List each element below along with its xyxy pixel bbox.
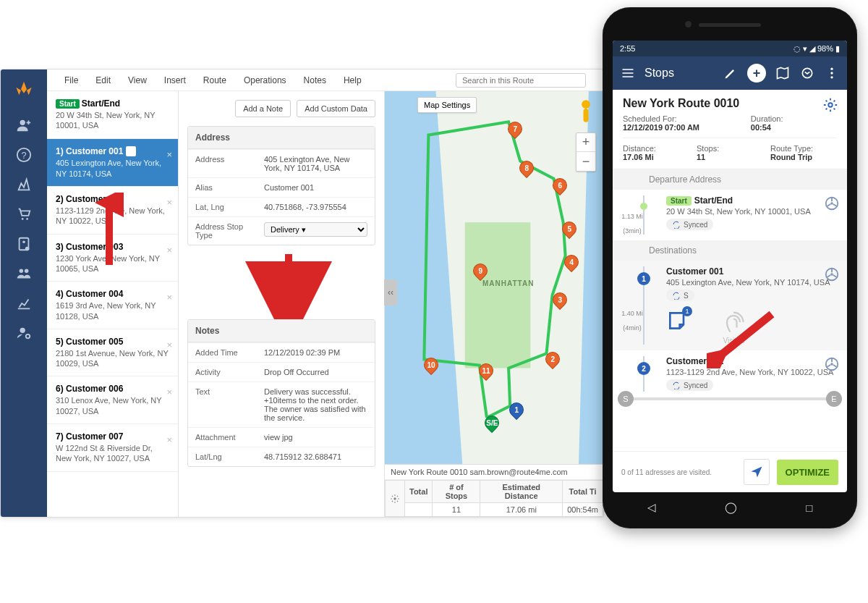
steering-icon[interactable] (824, 195, 840, 214)
address-card: Address Address405 Lexington Ave, New Yo… (187, 126, 375, 245)
remove-stop-icon[interactable]: × (166, 197, 172, 208)
visited-icon[interactable]: Visited (720, 309, 746, 345)
map-marker[interactable]: 4 (564, 255, 579, 274)
stops-panel: StartStart/End20 W 34th St, New York, NY… (47, 91, 179, 517)
attachment-link[interactable]: view jpg (257, 428, 375, 447)
svg-point-27 (830, 273, 833, 276)
recent-button[interactable]: □ (806, 502, 812, 514)
pegman-icon[interactable] (576, 98, 596, 125)
route-settings-icon[interactable] (822, 97, 838, 115)
user-settings-icon[interactable] (15, 324, 33, 342)
locate-button[interactable] (744, 459, 770, 485)
menu-view[interactable]: View (128, 75, 147, 85)
more-icon[interactable] (824, 65, 840, 81)
map-marker[interactable]: S/E (485, 416, 499, 434)
menu-insert[interactable]: Insert (164, 75, 186, 85)
address-book-icon[interactable] (15, 235, 33, 253)
stops-header: # of Stops (433, 481, 480, 503)
mobile-stop-1[interactable]: 11.40 Mi(4min) Customer 001 405 Lexingto… (613, 261, 847, 350)
stop-item[interactable]: 7) Customer 007W 122nd St & Riverside Dr… (47, 424, 178, 472)
remove-stop-icon[interactable]: × (166, 340, 172, 350)
map-marker[interactable]: 10 (424, 358, 438, 376)
mobile-stop-start[interactable]: 1.13 Mi(3min) StartStart/End 20 W 34th S… (613, 190, 847, 240)
total-label: Total (405, 481, 433, 503)
zoom-in-button[interactable]: + (576, 133, 595, 152)
stop-type-select[interactable]: Delivery ▾ (264, 222, 367, 237)
speaker-grille (699, 23, 761, 27)
help-icon[interactable]: ? (15, 146, 33, 164)
menu-file[interactable]: File (64, 75, 78, 85)
optimize-button[interactable]: OPTIMIZE (777, 460, 838, 485)
analytics-icon[interactable] (15, 295, 33, 312)
map-marker[interactable]: 1 (509, 402, 524, 421)
stop-item[interactable]: 4) Customer 0041619 3rd Ave, New York, N… (47, 282, 178, 329)
stop-item[interactable]: 6) Customer 006310 Lenox Ave, New York, … (47, 376, 178, 424)
map-icon[interactable] (775, 65, 791, 81)
add-custom-data-button[interactable]: Add Custom Data (297, 100, 375, 117)
search-input[interactable] (456, 73, 586, 88)
svg-rect-14 (465, 222, 531, 368)
home-button[interactable]: ◯ (725, 501, 737, 514)
steering-icon[interactable] (824, 356, 840, 374)
svg-point-21 (830, 72, 833, 74)
address-card-title: Address (188, 127, 375, 149)
map-marker[interactable]: 7 (508, 122, 522, 140)
stops-value: 11 (697, 153, 705, 161)
distance-label: Distance: (623, 144, 656, 153)
stop-item[interactable]: 5) Customer 0052180 1st Avenue, New York… (47, 329, 178, 377)
mobile-stop-2[interactable]: 2 Customer 002 1123-1129 2nd Ave, New Yo… (613, 350, 847, 397)
notes-card-title: Notes (188, 320, 375, 342)
map-marker[interactable]: 11 (479, 363, 493, 382)
routes-icon[interactable] (15, 176, 33, 193)
map-settings-button[interactable]: Map Settings (417, 97, 477, 113)
stop-item[interactable]: StartStart/End20 W 34th St, New York, NY… (47, 91, 178, 139)
map-marker[interactable]: 2 (545, 352, 560, 371)
map-marker[interactable]: 5 (562, 222, 576, 240)
svg-point-25 (830, 202, 833, 205)
steering-icon[interactable] (824, 266, 840, 284)
svg-point-0 (20, 120, 25, 125)
map-marker[interactable]: 3 (553, 292, 567, 311)
hamburger-icon[interactable] (620, 65, 636, 81)
menu-help[interactable]: Help (344, 75, 362, 85)
map-marker[interactable]: 6 (553, 178, 567, 197)
menu-edit[interactable]: Edit (95, 75, 111, 85)
menu-route[interactable]: Route (203, 75, 226, 85)
cart-icon[interactable] (15, 206, 33, 223)
stop-item[interactable]: 2) Customer 0021123-1129 2nd Ave, New Yo… (47, 187, 178, 235)
mobile-stop-address: 405 Lexington Ave, New York, NY 10174, U… (666, 278, 840, 287)
svg-point-6 (22, 240, 25, 243)
menu-notes[interactable]: Notes (304, 75, 326, 85)
mobile-stops-body[interactable]: Departure Address 1.13 Mi(3min) StartSta… (613, 169, 847, 451)
panel-collapse-handle[interactable]: ‹‹ (384, 279, 397, 305)
zoom-out-button[interactable]: − (576, 152, 595, 171)
stop-item[interactable]: 1) Customer 001405 Lexington Ave, New Yo… (47, 139, 178, 187)
back-button[interactable]: ◁ (647, 501, 656, 514)
remove-stop-icon[interactable]: × (166, 245, 172, 256)
remove-stop-icon[interactable]: × (166, 387, 172, 397)
add-note-button[interactable]: Add a Note (235, 100, 291, 117)
add-user-icon[interactable] (15, 117, 33, 134)
slider-end[interactable]: E (826, 391, 842, 407)
stop-item[interactable]: 3) Customer 0031230 York Ave, New York, … (47, 235, 178, 282)
status-bar: 2:55 ◌ ▾ ◢ 98% ▮ (613, 41, 847, 56)
remove-stop-icon[interactable]: × (166, 292, 172, 303)
slider-start[interactable]: S (618, 391, 634, 407)
team-icon[interactable] (15, 265, 33, 282)
status-indicators: ◌ ▾ ◢ 98% ▮ (793, 44, 840, 54)
type-label: Route Type: (770, 144, 813, 153)
add-button[interactable]: + (747, 64, 766, 83)
remove-stop-icon[interactable]: × (166, 434, 172, 445)
progress-slider[interactable]: S E (626, 397, 834, 400)
section-departure: Departure Address (613, 169, 847, 190)
menu-operations[interactable]: Operations (244, 75, 286, 85)
note-icon[interactable]: 1 (666, 309, 689, 334)
refresh-icon[interactable] (799, 65, 815, 81)
scheduled-label: Scheduled For: (623, 114, 677, 123)
camera-dot (685, 21, 692, 28)
sidebar: ? (1, 69, 47, 517)
map-marker[interactable]: 8 (519, 161, 534, 180)
edit-icon[interactable] (723, 65, 739, 81)
remove-stop-icon[interactable]: × (166, 149, 172, 160)
map-panel[interactable]: Map Settings + − ‹‹ 7896543101121S/E MAN… (385, 91, 603, 517)
